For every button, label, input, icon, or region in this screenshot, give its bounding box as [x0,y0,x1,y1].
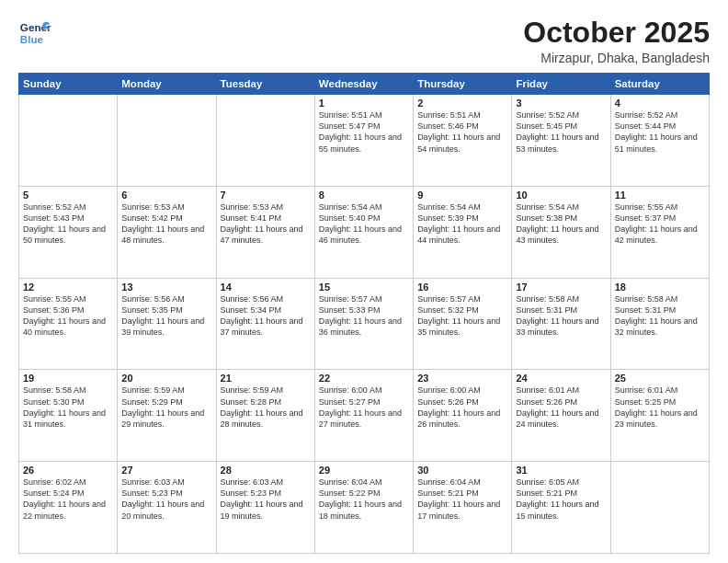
table-row: 23Sunrise: 6:00 AM Sunset: 5:26 PM Dayli… [414,370,512,462]
table-row: 19Sunrise: 5:58 AM Sunset: 5:30 PM Dayli… [19,370,118,462]
week-row-3: 19Sunrise: 5:58 AM Sunset: 5:30 PM Dayli… [19,370,710,462]
day-number: 9 [417,190,507,201]
header-sunday: Sunday [19,74,118,95]
table-row: 4Sunrise: 5:52 AM Sunset: 5:44 PM Daylig… [610,95,709,187]
day-number: 18 [615,282,705,293]
day-number: 24 [516,373,606,384]
week-row-0: 1Sunrise: 5:51 AM Sunset: 5:47 PM Daylig… [19,95,710,187]
header-thursday: Thursday [414,74,512,95]
day-number: 17 [516,282,606,293]
day-number: 21 [221,373,311,384]
table-row: 27Sunrise: 6:03 AM Sunset: 5:23 PM Dayli… [118,462,216,554]
header-tuesday: Tuesday [216,74,314,95]
day-number: 19 [23,373,113,384]
table-row: 15Sunrise: 5:57 AM Sunset: 5:33 PM Dayli… [314,278,413,370]
day-number: 6 [121,190,211,201]
day-number: 7 [221,190,311,201]
day-info: Sunrise: 5:54 AM Sunset: 5:40 PM Dayligh… [319,201,409,247]
table-row: 6Sunrise: 5:53 AM Sunset: 5:42 PM Daylig… [118,186,216,278]
day-info: Sunrise: 6:04 AM Sunset: 5:22 PM Dayligh… [319,477,409,522]
day-number: 3 [516,98,606,109]
day-info: Sunrise: 6:00 AM Sunset: 5:27 PM Dayligh… [319,385,409,430]
day-info: Sunrise: 5:54 AM Sunset: 5:38 PM Dayligh… [516,201,606,247]
table-row: 17Sunrise: 5:58 AM Sunset: 5:31 PM Dayli… [512,278,610,370]
table-row: 1Sunrise: 5:51 AM Sunset: 5:47 PM Daylig… [314,95,413,187]
week-row-4: 26Sunrise: 6:02 AM Sunset: 5:24 PM Dayli… [19,462,710,554]
calendar-subtitle: Mirzapur, Dhaka, Bangladesh [523,51,710,65]
day-number: 20 [121,373,211,384]
header-friday: Friday [512,74,610,95]
header-wednesday: Wednesday [314,74,413,95]
day-info: Sunrise: 5:59 AM Sunset: 5:29 PM Dayligh… [121,385,211,430]
day-info: Sunrise: 5:58 AM Sunset: 5:30 PM Dayligh… [23,385,113,430]
table-row: 18Sunrise: 5:58 AM Sunset: 5:31 PM Dayli… [610,278,709,370]
day-info: Sunrise: 6:02 AM Sunset: 5:24 PM Dayligh… [23,477,113,522]
header-saturday: Saturday [610,74,709,95]
day-info: Sunrise: 5:55 AM Sunset: 5:36 PM Dayligh… [23,293,113,339]
day-number: 27 [121,465,211,476]
calendar-title: October 2025 [523,17,710,49]
day-number: 14 [221,282,311,293]
day-number: 12 [23,282,113,293]
day-number: 31 [516,465,606,476]
day-info: Sunrise: 5:54 AM Sunset: 5:39 PM Dayligh… [417,201,507,247]
day-number: 29 [319,465,409,476]
day-info: Sunrise: 5:53 AM Sunset: 5:42 PM Dayligh… [121,201,211,247]
day-number: 30 [417,465,507,476]
logo-icon: General Blue [18,17,51,50]
day-info: Sunrise: 5:52 AM Sunset: 5:44 PM Dayligh… [615,109,705,155]
table-row: 31Sunrise: 6:05 AM Sunset: 5:21 PM Dayli… [512,462,610,554]
day-info: Sunrise: 5:51 AM Sunset: 5:47 PM Dayligh… [319,109,409,155]
table-row: 3Sunrise: 5:52 AM Sunset: 5:45 PM Daylig… [512,95,610,187]
header: General Blue October 2025 Mirzapur, Dhak… [18,17,710,65]
week-row-2: 12Sunrise: 5:55 AM Sunset: 5:36 PM Dayli… [19,278,710,370]
day-info: Sunrise: 5:53 AM Sunset: 5:41 PM Dayligh… [221,201,311,247]
day-number: 26 [23,465,113,476]
day-number: 8 [319,190,409,201]
day-number: 11 [615,190,705,201]
table-row [19,95,118,187]
day-number: 5 [23,190,113,201]
day-info: Sunrise: 6:05 AM Sunset: 5:21 PM Dayligh… [516,477,606,522]
table-row: 24Sunrise: 6:01 AM Sunset: 5:26 PM Dayli… [512,370,610,462]
table-row: 29Sunrise: 6:04 AM Sunset: 5:22 PM Dayli… [314,462,413,554]
day-info: Sunrise: 5:58 AM Sunset: 5:31 PM Dayligh… [615,293,705,339]
day-info: Sunrise: 5:51 AM Sunset: 5:46 PM Dayligh… [417,109,507,155]
day-number: 13 [121,282,211,293]
day-header-row: Sunday Monday Tuesday Wednesday Thursday… [19,74,710,95]
table-row: 11Sunrise: 5:55 AM Sunset: 5:37 PM Dayli… [610,186,709,278]
table-row: 9Sunrise: 5:54 AM Sunset: 5:39 PM Daylig… [414,186,512,278]
week-row-1: 5Sunrise: 5:52 AM Sunset: 5:43 PM Daylig… [19,186,710,278]
day-number: 1 [319,98,409,109]
day-info: Sunrise: 5:52 AM Sunset: 5:43 PM Dayligh… [23,201,113,247]
day-info: Sunrise: 5:58 AM Sunset: 5:31 PM Dayligh… [516,293,606,339]
day-info: Sunrise: 5:57 AM Sunset: 5:32 PM Dayligh… [417,293,507,339]
day-number: 16 [417,282,507,293]
logo: General Blue [18,17,51,50]
day-info: Sunrise: 5:56 AM Sunset: 5:35 PM Dayligh… [121,293,211,339]
day-info: Sunrise: 6:01 AM Sunset: 5:26 PM Dayligh… [516,385,606,430]
table-row: 13Sunrise: 5:56 AM Sunset: 5:35 PM Dayli… [118,278,216,370]
table-row: 16Sunrise: 5:57 AM Sunset: 5:32 PM Dayli… [414,278,512,370]
day-info: Sunrise: 6:03 AM Sunset: 5:23 PM Dayligh… [221,477,311,522]
day-number: 15 [319,282,409,293]
table-row [216,95,314,187]
day-info: Sunrise: 5:55 AM Sunset: 5:37 PM Dayligh… [615,201,705,247]
day-info: Sunrise: 6:04 AM Sunset: 5:21 PM Dayligh… [417,477,507,522]
day-number: 10 [516,190,606,201]
table-row: 8Sunrise: 5:54 AM Sunset: 5:40 PM Daylig… [314,186,413,278]
table-row: 7Sunrise: 5:53 AM Sunset: 5:41 PM Daylig… [216,186,314,278]
table-row: 14Sunrise: 5:56 AM Sunset: 5:34 PM Dayli… [216,278,314,370]
day-info: Sunrise: 6:00 AM Sunset: 5:26 PM Dayligh… [417,385,507,430]
day-number: 23 [417,373,507,384]
table-row: 20Sunrise: 5:59 AM Sunset: 5:29 PM Dayli… [118,370,216,462]
table-row: 28Sunrise: 6:03 AM Sunset: 5:23 PM Dayli… [216,462,314,554]
table-row [610,462,709,554]
day-info: Sunrise: 5:57 AM Sunset: 5:33 PM Dayligh… [319,293,409,339]
day-info: Sunrise: 5:52 AM Sunset: 5:45 PM Dayligh… [516,109,606,155]
table-row: 2Sunrise: 5:51 AM Sunset: 5:46 PM Daylig… [414,95,512,187]
day-number: 2 [417,98,507,109]
calendar-table: Sunday Monday Tuesday Wednesday Thursday… [18,73,710,554]
day-number: 28 [221,465,311,476]
table-row: 12Sunrise: 5:55 AM Sunset: 5:36 PM Dayli… [19,278,118,370]
